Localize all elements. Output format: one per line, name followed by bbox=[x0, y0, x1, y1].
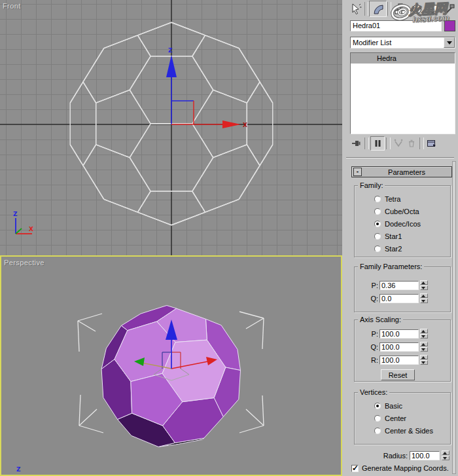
radio-star1[interactable]: Star1 bbox=[374, 232, 450, 241]
q-spinner[interactable] bbox=[420, 293, 428, 303]
q-label: Q: bbox=[370, 343, 378, 351]
spinner-down-icon[interactable] bbox=[420, 299, 428, 303]
tab-hierarchy[interactable] bbox=[392, 1, 408, 16]
front-viewport-label[interactable]: Front bbox=[3, 2, 21, 10]
hierarchy-icon bbox=[395, 3, 406, 15]
family-group-label: Family: bbox=[358, 181, 385, 189]
radio-button[interactable] bbox=[374, 428, 381, 434]
spinner-down-icon[interactable] bbox=[420, 334, 428, 339]
radio-tetra[interactable]: Tetra bbox=[374, 194, 450, 204]
command-panel: Hedra01 Modifier List Hedra bbox=[342, 0, 458, 476]
axis-r-spinner[interactable] bbox=[420, 355, 428, 365]
spinner-up-icon[interactable] bbox=[420, 329, 428, 333]
radius-spinner[interactable] bbox=[442, 450, 449, 460]
parameters-rollout-header[interactable]: - Parameters bbox=[351, 166, 452, 177]
object-name-field[interactable]: Hedra01 bbox=[350, 20, 442, 31]
tab-utilities[interactable] bbox=[441, 1, 457, 16]
spinner-up-icon[interactable] bbox=[420, 355, 428, 359]
rollout-title: Parameters bbox=[362, 168, 451, 176]
toolbar-separator bbox=[419, 137, 424, 149]
svg-text:Z: Z bbox=[168, 47, 173, 54]
front-viewport[interactable]: ZXZX Front bbox=[0, 0, 342, 255]
radio-button-selected[interactable] bbox=[374, 221, 381, 227]
tab-modify[interactable] bbox=[369, 1, 387, 17]
modifier-list-value: Modifier List bbox=[351, 37, 444, 48]
pin-stack-button[interactable] bbox=[350, 137, 363, 150]
tab-motion[interactable] bbox=[408, 1, 425, 16]
make-unique-button[interactable] bbox=[392, 137, 405, 150]
radio-label: Star2 bbox=[385, 245, 402, 253]
radio-label: Basic bbox=[385, 402, 402, 410]
show-end-result-button[interactable] bbox=[370, 136, 385, 151]
axis-p-field[interactable]: 100.0 bbox=[379, 329, 419, 339]
radius-row: Radius: 100.0 bbox=[354, 450, 451, 460]
utilities-icon bbox=[444, 3, 455, 15]
radio-button[interactable] bbox=[374, 246, 381, 252]
perspective-viewport-canvas[interactable]: Z bbox=[1, 257, 341, 475]
show-end-result-icon bbox=[372, 138, 383, 149]
radio-button[interactable] bbox=[374, 208, 381, 215]
spinner-down-icon[interactable] bbox=[420, 347, 428, 352]
spinner-up-icon[interactable] bbox=[420, 342, 428, 346]
family-group: Family: Tetra Cube/Octa Dodec/Icos Star1… bbox=[354, 185, 451, 257]
p-spinner[interactable] bbox=[420, 280, 428, 290]
world-axes bbox=[0, 0, 342, 255]
spinner-down-icon[interactable] bbox=[420, 360, 428, 365]
configure-modifier-sets-button[interactable] bbox=[425, 137, 438, 150]
axis-scaling-group: Axis Scaling: P: 100.0 Q: 100.0 R: 100.0… bbox=[354, 320, 451, 382]
radius-field[interactable]: 100.0 bbox=[410, 451, 440, 460]
generate-mapping-row[interactable]: Generate Mapping Coords. bbox=[351, 464, 449, 472]
panel-scrollbar[interactable] bbox=[452, 161, 456, 474]
vertices-group: Vertices: Basic Center Center & Sides bbox=[354, 392, 451, 445]
radio-label: Center & Sides bbox=[385, 427, 433, 435]
axis-r-field[interactable]: 100.0 bbox=[379, 356, 419, 365]
svg-text:X: X bbox=[243, 122, 247, 128]
radio-button[interactable] bbox=[374, 196, 381, 202]
rollout-collapse-button[interactable]: - bbox=[353, 168, 362, 176]
reset-button[interactable]: Reset bbox=[381, 369, 415, 380]
modifier-stack-list[interactable]: Hedra bbox=[350, 52, 455, 134]
object-color-swatch[interactable] bbox=[444, 20, 455, 31]
spinner-up-icon[interactable] bbox=[420, 280, 428, 285]
toolbar-separator bbox=[364, 137, 369, 149]
front-viewport-canvas[interactable]: ZXZX bbox=[0, 0, 342, 255]
family-parameters-label: Family Parameters: bbox=[358, 263, 424, 270]
spinner-down-icon[interactable] bbox=[442, 456, 449, 460]
p-value-field[interactable]: 0.36 bbox=[379, 281, 419, 290]
trash-icon bbox=[406, 138, 417, 149]
spinner-up-icon[interactable] bbox=[442, 450, 449, 455]
radio-star2[interactable]: Star2 bbox=[374, 244, 450, 253]
modify-icon bbox=[372, 3, 384, 15]
radio-button[interactable] bbox=[374, 415, 381, 422]
remove-modifier-button[interactable] bbox=[405, 137, 418, 150]
axis-p-spinner[interactable] bbox=[420, 329, 428, 339]
q-value-field[interactable]: 0.0 bbox=[379, 294, 419, 303]
spinner-up-icon[interactable] bbox=[420, 293, 428, 298]
radio-cube-octa[interactable]: Cube/Octa bbox=[374, 207, 450, 216]
3dsmax-window: ZXZX Front Z Perspective bbox=[0, 0, 458, 476]
modifier-stack-item-hedra[interactable]: Hedra bbox=[351, 53, 455, 64]
radio-basic[interactable]: Basic bbox=[374, 401, 450, 411]
perspective-viewport-label[interactable]: Perspective bbox=[4, 259, 44, 266]
generate-mapping-checkbox[interactable] bbox=[351, 465, 359, 472]
radio-button[interactable] bbox=[374, 233, 381, 240]
modifier-stack-toolbar bbox=[350, 135, 455, 152]
make-unique-icon bbox=[393, 138, 404, 149]
radio-center-sides[interactable]: Center & Sides bbox=[374, 426, 450, 435]
perspective-viewport[interactable]: Z Perspective bbox=[0, 255, 342, 476]
display-icon bbox=[427, 3, 439, 15]
modifier-list-dropdown-button[interactable] bbox=[444, 37, 455, 48]
transform-gizmo-front[interactable]: ZX bbox=[166, 47, 247, 128]
tab-separator bbox=[387, 2, 391, 16]
tab-create[interactable] bbox=[347, 1, 364, 16]
axis-q-field[interactable]: 100.0 bbox=[379, 342, 419, 352]
radio-label: Cube/Octa bbox=[385, 208, 419, 215]
modifier-list-dropdown[interactable]: Modifier List bbox=[350, 37, 455, 48]
radio-button-selected[interactable] bbox=[374, 403, 381, 409]
axis-q-spinner[interactable] bbox=[420, 342, 428, 352]
toolbar-separator bbox=[386, 137, 391, 149]
spinner-down-icon[interactable] bbox=[420, 285, 428, 290]
radio-center[interactable]: Center bbox=[374, 414, 450, 423]
radio-dodec-icos[interactable]: Dodec/Icos bbox=[374, 219, 450, 229]
tab-display[interactable] bbox=[425, 1, 441, 16]
